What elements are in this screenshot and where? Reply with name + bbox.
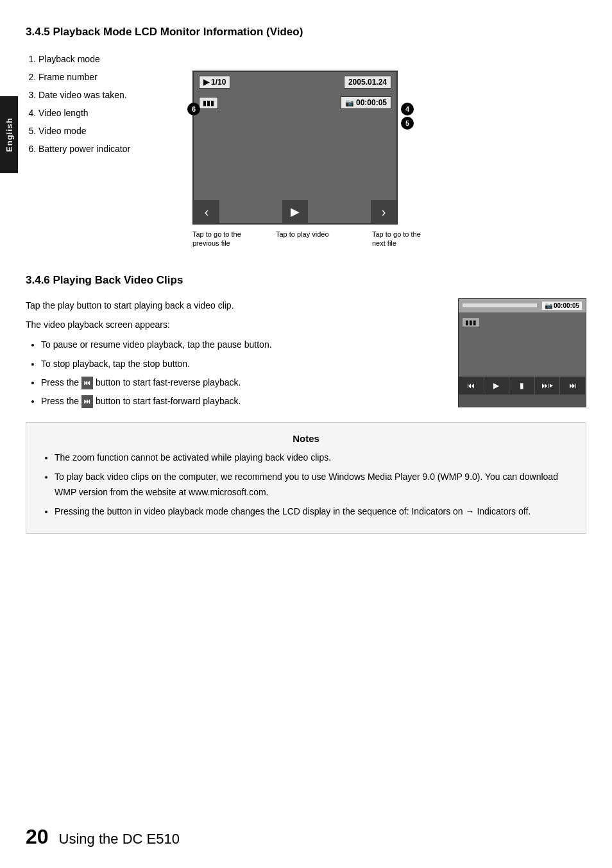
section-345-list: Playback mode Frame number Date video wa… bbox=[26, 50, 154, 248]
list-item: Battery power indicator bbox=[38, 140, 154, 158]
bullet-item: Press the ⏭ button to start fast-forward… bbox=[41, 393, 445, 409]
frame-number: 1/10 bbox=[211, 78, 226, 87]
video-progress-bar bbox=[463, 303, 537, 307]
rewind-icon: ⏮ bbox=[81, 377, 93, 389]
video-battery-left: ▮▮▮ bbox=[463, 318, 479, 327]
battery-icon: ▮▮▮ bbox=[199, 97, 218, 109]
play-icon: ▶ bbox=[203, 78, 209, 87]
bullet-list: To pause or resume video playback, tap t… bbox=[26, 337, 445, 409]
list-item: Video length bbox=[38, 104, 154, 122]
notes-list: The zoom function cannot be activated wh… bbox=[39, 450, 573, 519]
battery-symbol: ▮▮▮ bbox=[203, 99, 214, 107]
section-346-title: 3.4.6 Playing Back Video Clips bbox=[26, 274, 586, 287]
date-badge: 2005.01.24 bbox=[344, 76, 391, 89]
video-screen: 📷 00:00:05 ▮▮▮ ⏮ ▶ ▮ ⏭▶ ⏭ bbox=[458, 298, 586, 407]
intro-line-2: The video playback screen appears: bbox=[26, 318, 445, 332]
rewind-btn[interactable]: ⏮ bbox=[459, 377, 484, 395]
lcd-diagram: 1 2 3 ▶ 1/10 2005.01.24 bbox=[173, 56, 586, 248]
intro-line-1: Tap the play button to start playing bac… bbox=[26, 298, 445, 312]
camera-icon: 📷 bbox=[345, 99, 354, 107]
bullet-item: Press the ⏮ button to start fast-reverse… bbox=[41, 375, 445, 391]
section-345-title: 3.4.5 Playback Mode LCD Monitor Informat… bbox=[26, 26, 586, 38]
page-footer: 20 Using the DC E510 bbox=[26, 825, 586, 849]
bullet-item: To pause or resume video playback, tap t… bbox=[41, 337, 445, 353]
tap-prev-label: Tap to go to the previous file bbox=[192, 230, 244, 248]
tap-next-label: Tap to go to the next file bbox=[372, 230, 423, 248]
fast-forward-icon: ⏭ bbox=[81, 395, 93, 408]
notes-title: Notes bbox=[39, 433, 573, 444]
bullet-item: To stop playback, tap the stop button. bbox=[41, 356, 445, 372]
section-346-text: Tap the play button to start playing bac… bbox=[26, 298, 445, 413]
list-item: Date video was taken. bbox=[38, 86, 154, 104]
play-frame-badge: ▶ 1/10 bbox=[199, 76, 230, 89]
page-number: 20 bbox=[26, 825, 49, 849]
play-btn[interactable]: ▶ bbox=[484, 377, 510, 395]
callout-6: 6 bbox=[187, 103, 200, 115]
callout-4: 4 bbox=[401, 103, 414, 115]
fast-fwd-btn[interactable]: ⏭ bbox=[560, 377, 586, 395]
page-footer-text: Using the DC E510 bbox=[59, 831, 180, 847]
video-top-bar: 📷 00:00:05 bbox=[459, 299, 586, 312]
battery-icon-small: 📷 bbox=[545, 302, 552, 309]
notes-box: Notes The zoom function cannot be activa… bbox=[26, 422, 586, 534]
stop-btn[interactable]: ▮ bbox=[509, 377, 535, 395]
tap-play-label: Tap to play video bbox=[276, 230, 340, 248]
step-fwd-btn[interactable]: ⏭▶ bbox=[535, 377, 561, 395]
next-arrow[interactable]: › bbox=[371, 200, 396, 223]
section-346: 3.4.6 Playing Back Video Clips Tap the p… bbox=[26, 274, 586, 534]
play-button[interactable]: ▶ bbox=[282, 200, 308, 223]
time-badge: 📷 00:00:05 bbox=[341, 96, 391, 109]
section-345: 3.4.5 Playback Mode LCD Monitor Informat… bbox=[26, 26, 586, 248]
video-battery-badge: 📷 00:00:05 bbox=[542, 302, 582, 310]
sidebar-tab: English bbox=[0, 96, 18, 173]
prev-arrow[interactable]: ‹ bbox=[194, 200, 219, 223]
sidebar-label: English bbox=[4, 117, 14, 152]
note-item: To play back video clips on the computer… bbox=[55, 470, 573, 500]
callout-5: 5 bbox=[401, 117, 414, 130]
video-time: 00:00:05 bbox=[356, 98, 387, 107]
info-list: Playback mode Frame number Date video wa… bbox=[26, 50, 154, 158]
note-item: The zoom function cannot be activated wh… bbox=[55, 450, 573, 466]
video-controls: ⏮ ▶ ▮ ⏭▶ ⏭ bbox=[459, 377, 586, 395]
video-time-display: 00:00:05 bbox=[554, 302, 579, 309]
list-item: Playback mode bbox=[38, 50, 154, 68]
list-item: Video mode bbox=[38, 122, 154, 140]
note-item: Pressing the button in video playback mo… bbox=[55, 504, 573, 520]
list-item: Frame number bbox=[38, 68, 154, 86]
